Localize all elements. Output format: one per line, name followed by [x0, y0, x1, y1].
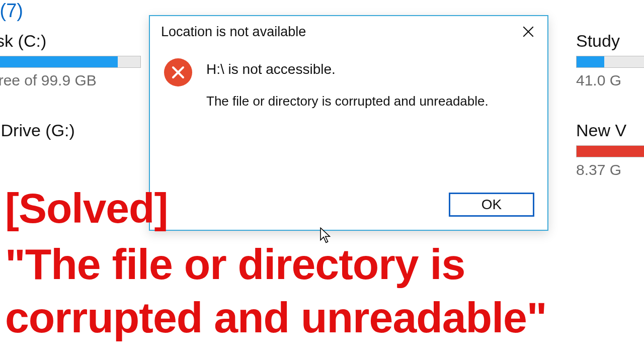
overlay-headline-1: [Solved]	[5, 186, 168, 230]
dialog-title: Location is not available	[161, 24, 306, 40]
close-icon	[522, 25, 535, 38]
ok-button[interactable]: OK	[449, 193, 534, 217]
drive-c-usage-bar	[0, 56, 141, 68]
dialog-titlebar[interactable]: Location is not available	[150, 16, 547, 47]
drive-newv-usage-fill	[577, 146, 644, 157]
drive-study-usage-fill	[577, 56, 604, 67]
x-icon	[171, 65, 186, 80]
drive-newv-free-text: 8.37 G	[576, 161, 644, 178]
drive-c-usage-fill	[0, 56, 118, 67]
drive-newv-label: New V	[576, 121, 644, 140]
drive-study-free-text: 41.0 G	[576, 72, 644, 89]
overlay-headline-2: "The file or directory is	[5, 241, 465, 287]
drive-c-free-text: B free of 99.9 GB	[0, 72, 141, 89]
error-icon	[164, 58, 192, 86]
dialog-body: H:\ is not accessible. The file or direc…	[150, 47, 547, 109]
drive-c-label: Disk (C:)	[0, 31, 141, 51]
drive-c[interactable]: Disk (C:) B free of 99.9 GB	[0, 31, 141, 89]
dialog-message-line2: The file or directory is corrupted and u…	[206, 94, 533, 109]
explorer-background: s (7) Disk (C:) B free of 99.9 GB W Driv…	[0, 0, 644, 362]
devices-section-header: s (7)	[0, 0, 23, 22]
dialog-message: H:\ is not accessible. The file or direc…	[206, 58, 533, 109]
drive-study-label: Study	[576, 31, 644, 51]
overlay-headline-3: corrupted and unreadable"	[5, 295, 547, 340]
drive-g[interactable]: W Drive (G:)	[0, 121, 75, 145]
drive-study-usage-bar	[576, 56, 644, 68]
drive-g-label: W Drive (G:)	[0, 121, 75, 140]
error-dialog: Location is not available H:\ is not acc…	[149, 15, 548, 231]
devices-section-count: (7)	[0, 0, 23, 21]
drive-newv[interactable]: New V 8.37 G	[576, 121, 644, 178]
close-button[interactable]	[515, 22, 541, 42]
drive-study[interactable]: Study 41.0 G	[576, 31, 644, 89]
dialog-buttons: OK	[449, 193, 534, 217]
drive-newv-usage-bar	[576, 145, 644, 157]
dialog-message-line1: H:\ is not accessible.	[206, 61, 533, 77]
